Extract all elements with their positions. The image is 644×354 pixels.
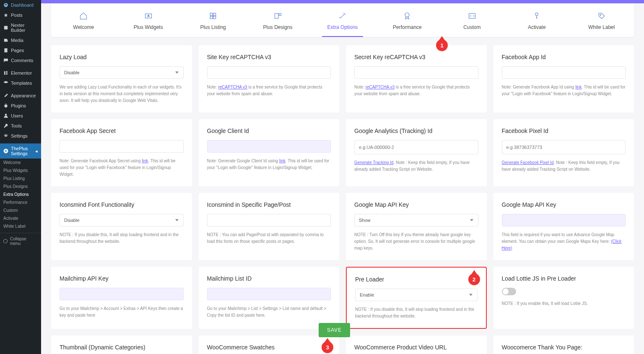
card-note: NOTE : If you enable this, It will load … [502,300,626,307]
card-iconsmind-page: Iconsmind in Specific Page/Post NOTE : Y… [199,193,340,260]
sidebar-item-users[interactable]: Users [0,111,41,121]
tab-performance[interactable]: Performance [375,3,439,37]
tab-label: Extra Options [327,24,358,30]
card-note: NOTE : If you disable this, It will stop… [355,306,478,320]
tab-custom[interactable]: Custom [440,3,504,37]
recaptcha-site-input[interactable] [207,66,331,79]
gmap-key-input[interactable] [502,214,626,226]
gmap-show-select[interactable]: Show [354,214,478,226]
sidebar-item-plugins[interactable]: Plugins [0,101,41,111]
sidebar-item-tools[interactable]: Tools [0,121,41,131]
annotation-pin-1: 1 [436,39,448,51]
card-note: This field is required if you want to us… [502,232,626,252]
card-lottie: Load Lottie JS in Pre Loader NOTE : If y… [493,267,634,329]
card-mc-api: Mailchimp API Key Go to your Mailchimp >… [51,267,192,329]
tab-label: Activate [528,24,546,30]
sidebar-sub-plus-designs[interactable]: Plus Designs [0,182,41,190]
design-icon [274,12,282,20]
tab-activate[interactable]: Activate [504,3,569,37]
wrench-icon [3,123,8,128]
sidebar-item-theplus-settings[interactable]: ThePlus Settings◂ [0,143,41,159]
sidebar-item-appearance[interactable]: Appearance [0,91,41,101]
svg-rect-5 [5,74,8,75]
recaptcha-secret-input[interactable] [354,66,478,79]
save-button[interactable]: SAVE [319,323,350,337]
tab-plus-designs[interactable]: Plus Designs [245,3,310,37]
tab-white-label[interactable]: White Label [569,3,634,37]
card-title: Mailchimp List ID [207,275,331,282]
sidebar-sub-performance[interactable]: Performance [0,198,41,206]
card-note: Note: Generate Facebook App Secret using… [60,158,184,178]
sidebar-item-posts[interactable]: Posts [0,10,41,20]
fb-secret-link[interactable]: link [142,159,148,163]
tab-welcome[interactable]: Welcome [51,3,116,37]
fb-app-input[interactable] [502,66,626,79]
tab-plus-widgets[interactable]: Plus Widgets [116,3,180,37]
card-note: We are adding Lazy Load Functionality in… [60,84,184,104]
recaptcha-link[interactable]: reCAPTCHA v3 [218,85,247,89]
card-title: Mailchimp API Key [60,275,184,282]
sidebar-item-settings[interactable]: Settings [0,131,41,141]
iconsmind-page-input[interactable] [207,214,331,226]
card-title: Iconsmind in Specific Page/Post [207,201,331,208]
svg-point-18 [535,13,538,16]
sidebar-sub-plus-widgets[interactable]: Plus Widgets [0,167,41,174]
lottie-toggle[interactable] [502,288,516,295]
svg-point-16 [405,13,409,17]
sidebar-item-comments[interactable]: Comments [0,55,41,65]
sidebar-sub-extra-options[interactable]: Extra Options [0,190,41,198]
gear-icon [3,133,8,138]
comment-icon [3,58,8,63]
card-gmap-show: Google Map API Key Show NOTE : Turn Off … [346,193,487,260]
templates-icon [3,81,8,86]
svg-rect-17 [469,13,475,18]
google-client-link[interactable]: link [279,159,286,163]
card-note: Go to your Mailchimp > Account > Extras … [60,305,184,319]
iconsmind-select[interactable]: Disable [60,214,184,226]
annotation-pin-2: 2 [468,273,480,285]
collapse-menu[interactable]: Collapse menu [0,233,41,249]
fb-pixel-link[interactable]: Generate Facebook Pixel Id [502,160,554,165]
sidebar-item-media[interactable]: Media [0,35,41,45]
card-title: Thumbnail (Dynamic Categories) [60,344,184,351]
fb-secret-input[interactable] [60,140,184,153]
mc-list-input[interactable] [207,288,331,300]
lazy-load-select[interactable]: Disable [60,66,184,79]
plus-icon [3,148,8,154]
sidebar-item-nexter-builder[interactable]: Nexter Builder [0,20,41,35]
ga-input[interactable] [354,140,478,154]
recaptcha-link[interactable]: reCAPTCHA v3 [366,85,395,89]
google-client-input[interactable] [207,140,331,153]
svg-point-19 [600,14,601,16]
star-icon [144,12,153,20]
preloader-select[interactable]: Enable [355,289,478,301]
card-title: Load Lottie JS in Pre Loader [502,275,626,282]
tab-plus-listing[interactable]: Plus Listing [181,3,245,37]
sidebar-item-pages[interactable]: Pages [0,45,41,55]
sidebar-sub-white-label[interactable]: White Label [0,222,41,230]
sidebar-sub-welcome[interactable]: Welcome [0,159,41,167]
sidebar-item-templates[interactable]: Templates [0,78,41,88]
tab-extra-options[interactable]: Extra Options [310,3,375,37]
svg-rect-11 [213,13,216,16]
mc-api-input[interactable] [60,288,184,300]
card-thumb: Thumbnail (Dynamic Categories) [51,336,192,354]
svg-rect-1 [4,48,7,52]
code-icon [468,12,476,20]
sidebar-item-dashboard[interactable]: Dashboard [0,0,41,10]
sidebar-sub-plus-listing[interactable]: Plus Listing [0,174,41,182]
svg-rect-3 [5,71,8,72]
ga-link[interactable]: Generate Tracking Id [354,160,393,165]
sidebar-item-elementor[interactable]: Elementor [0,68,41,78]
tab-label: Plus Listing [200,24,226,30]
card-woo-vid: WooCommerce Product Video URL [346,336,487,354]
card-recaptcha-secret: Secret Key reCAPTCHA v3 Note: reCAPTCHA … [346,45,487,112]
card-ga: Google Analytics (Tracking) Id Generate … [346,119,487,186]
sidebar-sub-activate[interactable]: Activate [0,214,41,222]
tab-label: White Label [588,24,615,30]
tag-icon [597,12,606,20]
svg-rect-15 [279,13,281,16]
fb-app-link[interactable]: link [575,85,582,89]
fb-pixel-input[interactable] [502,140,626,154]
sidebar-sub-custom[interactable]: Custom [0,206,41,214]
